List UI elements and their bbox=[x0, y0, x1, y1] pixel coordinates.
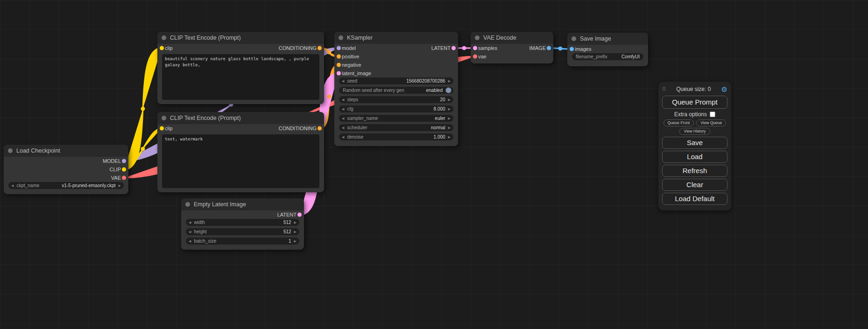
steps-widget[interactable]: ◀ steps 20 ▶ bbox=[339, 96, 453, 103]
save-button[interactable]: Save bbox=[662, 137, 727, 149]
seed-widget[interactable]: ◀ seed 156680208700286 ▶ bbox=[339, 77, 453, 84]
vae-output-port[interactable] bbox=[122, 176, 126, 180]
view-history-button[interactable]: View History bbox=[679, 128, 710, 135]
port-row: negative bbox=[334, 61, 458, 69]
negative-prompt-textarea[interactable]: text, watermark bbox=[162, 134, 319, 188]
widget-label: steps bbox=[347, 97, 358, 102]
settings-gear-icon[interactable]: ⚙ bbox=[721, 86, 727, 93]
wire-midpoint-dot bbox=[558, 47, 562, 50]
decrement-arrow-icon[interactable]: ◀ bbox=[342, 117, 344, 120]
collapse-dot-icon[interactable] bbox=[185, 202, 190, 207]
sampler-name-widget[interactable]: ◀ sampler_name euler ▶ bbox=[339, 115, 453, 122]
increment-arrow-icon[interactable]: ▶ bbox=[448, 79, 451, 83]
widget-value: 156680208700286 bbox=[406, 78, 445, 84]
load-default-button[interactable]: Load Default bbox=[662, 193, 727, 205]
seed-toggle-icon[interactable] bbox=[445, 87, 452, 93]
node-title-bar[interactable]: KSampler bbox=[334, 32, 458, 44]
width-widget[interactable]: ◀ width 512 ▶ bbox=[186, 219, 299, 226]
positive-prompt-textarea[interactable]: beautiful scenery nature glass bottle la… bbox=[162, 54, 319, 100]
node-clip-text-encode-negative[interactable]: CLIP Text Encode (Prompt) clip CONDITION… bbox=[157, 112, 324, 192]
decrement-arrow-icon[interactable]: ◀ bbox=[342, 107, 344, 111]
widget-label: cfg bbox=[347, 106, 353, 112]
increment-arrow-icon[interactable]: ▶ bbox=[448, 126, 451, 129]
node-title-bar[interactable]: CLIP Text Encode (Prompt) bbox=[157, 112, 324, 124]
node-title-bar[interactable]: Empty Latent Image bbox=[181, 198, 304, 210]
increment-arrow-icon[interactable]: ▶ bbox=[119, 184, 121, 187]
latent-image-input-port[interactable] bbox=[337, 71, 341, 76]
collapse-dot-icon[interactable] bbox=[572, 36, 576, 41]
load-button[interactable]: Load bbox=[662, 151, 727, 163]
clip-output-port[interactable] bbox=[122, 168, 126, 172]
decrement-arrow-icon[interactable]: ◀ bbox=[11, 184, 14, 187]
ckpt-name-widget[interactable]: ◀ ckpt_name v1-5-pruned-emaonly.ckpt ▶ bbox=[8, 182, 124, 189]
input-label: images bbox=[575, 46, 591, 52]
samples-input-port[interactable] bbox=[473, 46, 477, 50]
increment-arrow-icon[interactable]: ▶ bbox=[448, 107, 451, 111]
filename-prefix-widget[interactable]: filename_prefix ComfyUI bbox=[572, 53, 643, 60]
increment-arrow-icon[interactable]: ▶ bbox=[448, 98, 451, 101]
widget-label: batch_size bbox=[194, 238, 216, 244]
decrement-arrow-icon[interactable]: ◀ bbox=[342, 98, 344, 101]
widget-label: seed bbox=[347, 78, 357, 84]
batch-size-widget[interactable]: ◀ batch_size 1 ▶ bbox=[186, 238, 299, 245]
extra-options-checkbox[interactable] bbox=[710, 112, 715, 117]
model-input-port[interactable] bbox=[337, 46, 341, 50]
decrement-arrow-icon[interactable]: ◀ bbox=[342, 126, 344, 129]
decrement-arrow-icon[interactable]: ◀ bbox=[189, 230, 191, 233]
view-queue-button[interactable]: View Queue bbox=[696, 119, 726, 126]
increment-arrow-icon[interactable]: ▶ bbox=[448, 117, 451, 120]
widget-label: filename_prefix bbox=[576, 54, 607, 59]
increment-arrow-icon[interactable]: ▶ bbox=[294, 239, 296, 243]
drag-handle-icon[interactable]: ⠿ bbox=[662, 86, 666, 92]
model-output-port[interactable] bbox=[122, 159, 126, 163]
decrement-arrow-icon[interactable]: ◀ bbox=[189, 239, 191, 243]
widget-value: enabled bbox=[426, 88, 443, 93]
denoise-widget[interactable]: ◀ denoise 1.000 ▶ bbox=[339, 133, 453, 140]
node-title-bar[interactable]: Save Image bbox=[567, 33, 648, 45]
scheduler-widget[interactable]: ◀ scheduler normal ▶ bbox=[339, 124, 453, 131]
conditioning-output-port[interactable] bbox=[318, 46, 322, 50]
clip-input-port[interactable] bbox=[160, 46, 164, 50]
increment-arrow-icon[interactable]: ▶ bbox=[294, 221, 296, 224]
collapse-dot-icon[interactable] bbox=[339, 35, 343, 40]
decrement-arrow-icon[interactable]: ◀ bbox=[342, 135, 344, 139]
cfg-widget[interactable]: ◀ cfg 8.000 ▶ bbox=[339, 105, 453, 112]
image-output-port[interactable] bbox=[547, 46, 551, 50]
node-vae-decode[interactable]: VAE Decode samples IMAGE vae bbox=[471, 32, 553, 63]
random-seed-widget[interactable]: Random seed after every gen enabled bbox=[339, 87, 453, 94]
clip-input-port[interactable] bbox=[160, 126, 164, 131]
latent-output-port[interactable] bbox=[452, 46, 456, 50]
collapse-dot-icon[interactable] bbox=[162, 116, 166, 120]
decrement-arrow-icon[interactable]: ◀ bbox=[189, 221, 191, 224]
node-title-bar[interactable]: CLIP Text Encode (Prompt) bbox=[157, 32, 324, 44]
decrement-arrow-icon[interactable]: ◀ bbox=[342, 79, 344, 83]
node-ksampler[interactable]: KSampler model LATENT positive negative … bbox=[334, 32, 458, 146]
conditioning-output-port[interactable] bbox=[318, 126, 322, 131]
queue-front-button[interactable]: Queue Front bbox=[663, 119, 694, 126]
output-label: IMAGE bbox=[529, 45, 546, 51]
collapse-dot-icon[interactable] bbox=[475, 35, 480, 40]
node-title-bar[interactable]: VAE Decode bbox=[471, 32, 553, 44]
collapse-dot-icon[interactable] bbox=[8, 148, 13, 153]
clear-button[interactable]: Clear bbox=[662, 179, 727, 191]
collapse-dot-icon[interactable] bbox=[162, 35, 166, 40]
output-label: VAE bbox=[111, 175, 121, 181]
node-canvas[interactable]: Load Checkpoint MODEL CLIP VAE ◀ ckpt_na… bbox=[0, 0, 868, 329]
positive-input-port[interactable] bbox=[337, 55, 341, 59]
node-clip-text-encode-positive[interactable]: CLIP Text Encode (Prompt) clip CONDITION… bbox=[157, 32, 324, 104]
node-empty-latent-image[interactable]: Empty Latent Image LATENT ◀ width 512 ▶ … bbox=[181, 198, 304, 250]
increment-arrow-icon[interactable]: ▶ bbox=[294, 230, 296, 233]
node-save-image[interactable]: Save Image images filename_prefix ComfyU… bbox=[567, 33, 648, 66]
negative-input-port[interactable] bbox=[337, 63, 341, 67]
comfy-menu-panel[interactable]: ⠿ Queue size: 0 ⚙ Queue Prompt Extra opt… bbox=[658, 82, 731, 210]
latent-output-port[interactable] bbox=[297, 213, 302, 217]
increment-arrow-icon[interactable]: ▶ bbox=[448, 135, 451, 139]
output-row: VAE bbox=[4, 174, 128, 182]
vae-input-port[interactable] bbox=[473, 55, 477, 59]
height-widget[interactable]: ◀ height 512 ▶ bbox=[186, 228, 299, 235]
node-title-bar[interactable]: Load Checkpoint bbox=[4, 145, 128, 157]
images-input-port[interactable] bbox=[570, 47, 574, 51]
refresh-button[interactable]: Refresh bbox=[662, 165, 727, 177]
node-load-checkpoint[interactable]: Load Checkpoint MODEL CLIP VAE ◀ ckpt_na… bbox=[4, 145, 128, 194]
queue-prompt-button[interactable]: Queue Prompt bbox=[662, 96, 727, 109]
